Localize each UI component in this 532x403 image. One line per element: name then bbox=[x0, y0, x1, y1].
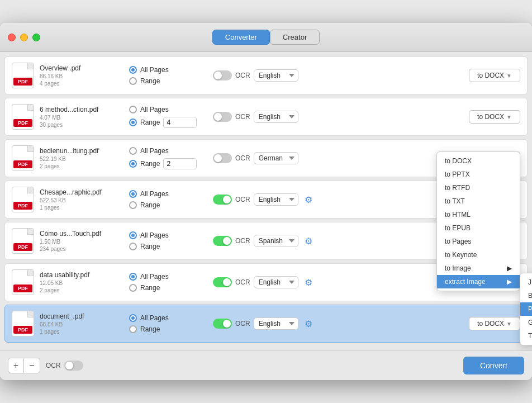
ocr-label: OCR bbox=[235, 113, 250, 121]
output-button[interactable]: to DOCX ▼ bbox=[469, 110, 520, 124]
range-radio[interactable] bbox=[129, 325, 137, 333]
language-select[interactable]: English Spanish German bbox=[254, 193, 298, 206]
gear-icon[interactable]: ⚙ bbox=[302, 193, 315, 206]
range-option[interactable]: Range bbox=[129, 77, 202, 85]
range-option[interactable]: Range bbox=[129, 117, 202, 128]
submenu-arrow-active-icon: ▶ bbox=[507, 278, 512, 286]
range-option[interactable]: Range bbox=[129, 284, 202, 292]
submenu-item-png[interactable]: PNG bbox=[520, 302, 532, 316]
all-pages-option[interactable]: All Pages bbox=[129, 66, 202, 74]
all-pages-radio[interactable] bbox=[129, 66, 137, 74]
range-label: Range bbox=[140, 160, 160, 168]
bottom-ocr-section: OCR bbox=[46, 361, 83, 371]
range-option[interactable]: Range bbox=[129, 243, 202, 250]
ocr-toggle[interactable] bbox=[213, 195, 232, 205]
submenu-item-tiff[interactable]: TIFF bbox=[520, 329, 532, 343]
all-pages-radio[interactable] bbox=[129, 314, 137, 322]
table-row: PDF document_.pdf 68.84 KB 1 pages All P… bbox=[4, 305, 528, 343]
titlebar: Converter Creator bbox=[0, 23, 532, 52]
file-info: data usability.pdf 12.05 KB 2 pages bbox=[40, 271, 124, 293]
file-info: 6 method...ction.pdf 4.07 MB 30 pages bbox=[40, 106, 124, 128]
all-pages-radio[interactable] bbox=[129, 273, 137, 281]
file-size: 522.19 KB bbox=[40, 156, 124, 162]
output-button[interactable]: to DOCX ▼ bbox=[469, 317, 520, 330]
all-pages-option[interactable]: All Pages bbox=[129, 106, 202, 113]
file-pages: 2 pages bbox=[40, 163, 124, 169]
language-select[interactable]: English Spanish German bbox=[254, 152, 298, 164]
language-select[interactable]: English Spanish German bbox=[254, 111, 298, 123]
all-pages-option[interactable]: All Pages bbox=[129, 273, 202, 281]
all-pages-radio[interactable] bbox=[129, 106, 137, 113]
all-pages-option[interactable]: All Pages bbox=[129, 147, 202, 155]
dropdown-item-keynote[interactable]: to Keynote bbox=[437, 248, 520, 262]
table-row: PDF bedienun...itung.pdf 522.19 KB 2 pag… bbox=[4, 139, 528, 177]
range-radio[interactable] bbox=[129, 243, 137, 250]
ocr-toggle[interactable] bbox=[213, 236, 232, 246]
submenu-item-jpeg[interactable]: JPEG bbox=[520, 276, 532, 289]
ocr-toggle[interactable] bbox=[213, 153, 232, 163]
file-info: bedienun...itung.pdf 522.19 KB 2 pages bbox=[40, 147, 124, 169]
dropdown-item-extract-image[interactable]: extract Image ▶ JPEG BMP PNG GIF TIFF bbox=[437, 275, 520, 288]
close-button[interactable] bbox=[8, 34, 16, 41]
pdf-label: PDF bbox=[13, 326, 32, 334]
range-radio[interactable] bbox=[129, 118, 137, 126]
dropdown-item-rtfd[interactable]: to RTFD bbox=[437, 181, 520, 195]
dropdown-item-image[interactable]: to Image ▶ bbox=[437, 262, 520, 275]
add-file-button[interactable]: + bbox=[8, 358, 24, 373]
global-ocr-toggle[interactable] bbox=[64, 361, 83, 371]
range-radio[interactable] bbox=[129, 201, 137, 209]
all-pages-label: All Pages bbox=[140, 314, 169, 322]
gear-icon[interactable]: ⚙ bbox=[302, 276, 315, 289]
all-pages-radio[interactable] bbox=[129, 190, 137, 198]
remove-file-button[interactable]: − bbox=[24, 358, 40, 373]
dropdown-item-pages[interactable]: to Pages bbox=[437, 235, 520, 248]
language-select[interactable]: English Spanish German bbox=[254, 69, 298, 82]
dropdown-item-html[interactable]: to HTML bbox=[437, 208, 520, 221]
dropdown-item-txt[interactable]: to TXT bbox=[437, 195, 520, 208]
pdf-icon: PDF bbox=[12, 145, 34, 171]
ocr-toggle[interactable] bbox=[213, 112, 232, 122]
tab-creator[interactable]: Creator bbox=[270, 30, 320, 45]
minimize-button[interactable] bbox=[20, 34, 28, 41]
tab-converter[interactable]: Converter bbox=[212, 30, 270, 45]
dropdown-item-extract-label: extract Image bbox=[445, 278, 486, 286]
dropdown-item-epub[interactable]: to EPUB bbox=[437, 221, 520, 235]
pdf-icon: PDF bbox=[12, 63, 34, 88]
file-pages: 1 pages bbox=[40, 329, 124, 335]
dropdown-item-docx[interactable]: to DOCX bbox=[437, 154, 520, 168]
range-radio[interactable] bbox=[129, 284, 137, 292]
file-size: 522.53 KB bbox=[40, 197, 124, 203]
ocr-toggle[interactable] bbox=[213, 277, 232, 287]
all-pages-radio[interactable] bbox=[129, 147, 137, 155]
gear-icon[interactable]: ⚙ bbox=[302, 317, 315, 330]
dropdown-item-pptx[interactable]: to PPTX bbox=[437, 168, 520, 181]
range-option[interactable]: Range bbox=[129, 201, 202, 209]
convert-button[interactable]: Convert bbox=[463, 357, 524, 374]
ocr-toggle[interactable] bbox=[213, 319, 232, 329]
language-select[interactable]: English Spanish German bbox=[254, 317, 298, 330]
pdf-icon: PDF bbox=[12, 269, 34, 295]
range-input[interactable] bbox=[163, 158, 197, 169]
all-pages-option[interactable]: All Pages bbox=[129, 231, 202, 239]
range-label: Range bbox=[140, 201, 160, 209]
ocr-section: OCR English Spanish German ⚙ bbox=[213, 234, 315, 248]
range-option[interactable]: Range bbox=[129, 158, 202, 169]
maximize-button[interactable] bbox=[32, 34, 40, 41]
bottom-bar: + − OCR Convert bbox=[0, 350, 532, 380]
ocr-section: OCR English Spanish German bbox=[213, 111, 298, 123]
bottom-left: + − OCR bbox=[8, 358, 83, 373]
submenu-item-bmp[interactable]: BMP bbox=[520, 289, 532, 302]
submenu-item-gif[interactable]: GIF bbox=[520, 316, 532, 329]
output-button[interactable]: to DOCX ▼ bbox=[469, 69, 520, 82]
range-option[interactable]: Range bbox=[129, 325, 202, 333]
language-select[interactable]: English Spanish German bbox=[254, 235, 298, 247]
all-pages-option[interactable]: All Pages bbox=[129, 190, 202, 198]
ocr-toggle[interactable] bbox=[213, 70, 232, 80]
all-pages-radio[interactable] bbox=[129, 231, 137, 239]
gear-icon[interactable]: ⚙ bbox=[302, 234, 315, 248]
range-radio[interactable] bbox=[129, 77, 137, 85]
range-radio[interactable] bbox=[129, 160, 137, 168]
language-select[interactable]: English Spanish German bbox=[254, 276, 298, 288]
all-pages-option[interactable]: All Pages bbox=[129, 314, 202, 322]
range-input[interactable] bbox=[163, 117, 197, 128]
